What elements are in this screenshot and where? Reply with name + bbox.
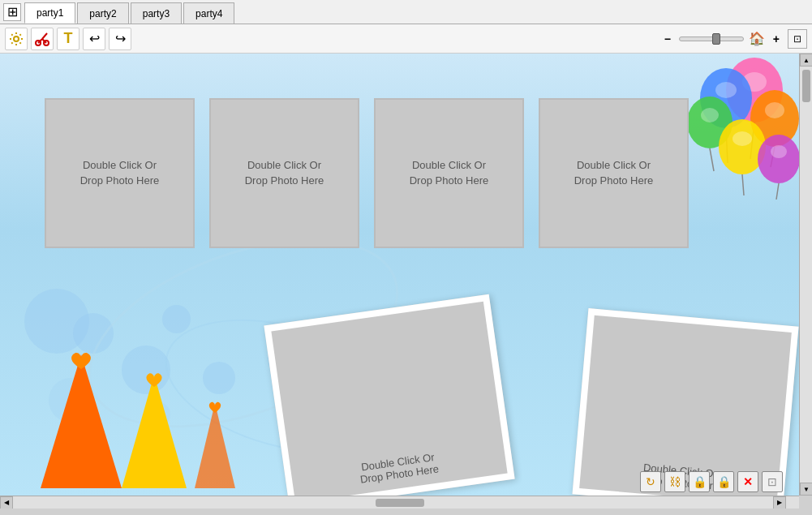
grid-icon[interactable]: ⊞ (3, 3, 21, 21)
scroll-thumb-vertical[interactable] (802, 70, 810, 102)
svg-point-22 (771, 145, 787, 158)
settings-button[interactable] (5, 28, 28, 50)
svg-line-20 (742, 174, 744, 195)
bottom-toolbar: ↻ ⛓ 🔒 🔒 ✕ ⊡ (640, 471, 783, 492)
scroll-up-arrow[interactable]: ▲ (800, 54, 812, 67)
svg-line-17 (710, 148, 714, 171)
zoom-fit-button[interactable]: ⊡ (788, 29, 807, 49)
svg-point-19 (733, 131, 752, 146)
lock-button[interactable]: 🔒 (689, 471, 710, 492)
tab-party2[interactable]: party2 (77, 2, 128, 24)
svg-point-13 (765, 102, 784, 118)
cut-button[interactable] (31, 28, 54, 50)
undo-button[interactable]: ↩ (83, 28, 105, 50)
redo-button[interactable]: ↪ (109, 28, 131, 50)
toolbar: T ↩ ↪ − 🏠 + ⊡ (0, 24, 812, 54)
rotate-button[interactable]: ↻ (640, 471, 661, 492)
canvas: Double Click Or Drop Photo Here Double C… (0, 54, 799, 496)
photo-box-bottom-left[interactable]: Double Click Or Drop Photo Here (264, 294, 514, 496)
scroll-down-arrow[interactable]: ▼ (800, 483, 812, 496)
photo-row-top: Double Click Or Drop Photo Here Double C… (45, 98, 689, 248)
zoom-plus-button[interactable]: + (770, 31, 783, 47)
titlebar: ⊞ party1 party2 party3 party4 (0, 0, 812, 24)
link-button[interactable]: ⛓ (664, 471, 685, 492)
zoom-minus-button[interactable]: − (661, 31, 674, 47)
zoom-controls: − 🏠 + ⊡ (661, 29, 807, 49)
svg-marker-26 (122, 375, 187, 488)
zoom-home-icon: 🏠 (749, 31, 765, 46)
main-area: Double Click Or Drop Photo Here Double C… (0, 54, 812, 509)
svg-marker-24 (41, 354, 122, 488)
zoom-thumb[interactable] (712, 33, 720, 45)
zoom-track[interactable] (679, 36, 744, 41)
scroll-right-arrow[interactable]: ▶ (773, 496, 786, 509)
text-button[interactable]: T (57, 28, 79, 50)
vertical-scrollbar[interactable]: ▲ ▼ (799, 54, 812, 496)
svg-point-21 (758, 135, 799, 183)
svg-point-16 (701, 108, 719, 122)
photo-box-bottom-right[interactable]: Double Click Or Drop Photo Here (572, 308, 798, 496)
photo-box-1[interactable]: Double Click Or Drop Photo Here (45, 98, 195, 248)
tab-party4[interactable]: party4 (183, 2, 234, 24)
tab-party3[interactable]: party3 (131, 2, 182, 24)
scroll-thumb-horizontal[interactable] (376, 499, 424, 507)
balloons-decoration (685, 54, 799, 216)
svg-point-0 (14, 36, 19, 41)
fit-button[interactable]: ⊡ (762, 471, 783, 492)
svg-marker-27 (195, 403, 235, 488)
scroll-left-arrow[interactable]: ◀ (0, 496, 13, 509)
svg-point-10 (715, 82, 737, 98)
lock2-button[interactable]: 🔒 (713, 471, 734, 492)
delete-button[interactable]: ✕ (737, 471, 758, 492)
horizontal-scrollbar[interactable]: ◀ ▶ (0, 496, 799, 509)
photo-box-4[interactable]: Double Click Or Drop Photo Here (539, 98, 689, 248)
photo-box-3[interactable]: Double Click Or Drop Photo Here (374, 98, 524, 248)
tab-party1[interactable]: party1 (24, 2, 75, 24)
svg-line-23 (776, 183, 779, 200)
tabs-container: party1 party2 party3 party4 (24, 0, 236, 24)
photo-box-2[interactable]: Double Click Or Drop Photo Here (209, 98, 359, 248)
svg-line-5 (42, 33, 47, 39)
party-hats-decoration (24, 346, 235, 496)
